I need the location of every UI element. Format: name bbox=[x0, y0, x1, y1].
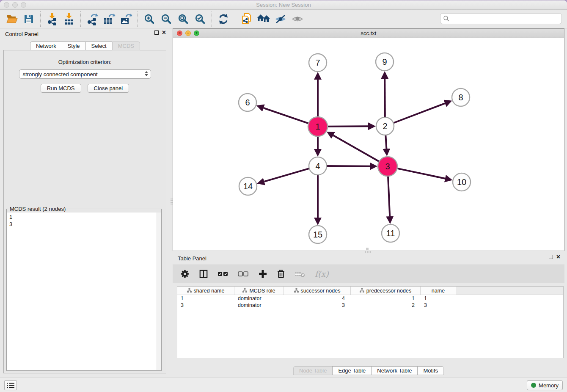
chevron-updown-icon bbox=[145, 71, 148, 76]
houses-icon[interactable] bbox=[255, 11, 272, 27]
table-cell[interactable]: 3 bbox=[177, 302, 234, 309]
table-cell[interactable]: 3 bbox=[421, 302, 456, 309]
mcds-result-title: MCDS result (2 nodes) bbox=[8, 206, 67, 212]
canvas-resize-grip[interactable] bbox=[366, 248, 369, 250]
table-row[interactable]: 1dominator411 bbox=[177, 295, 563, 302]
graph-edge-3-11[interactable] bbox=[388, 175, 390, 216]
graph-edge-2-8[interactable] bbox=[393, 103, 445, 123]
toolbar-separator bbox=[235, 11, 235, 27]
svg-text:3: 3 bbox=[385, 162, 390, 171]
main-titlebar: Session: New Session bbox=[0, 0, 567, 10]
table-tab-node-table[interactable]: Node Table bbox=[293, 366, 333, 375]
save-floppy-icon[interactable] bbox=[20, 11, 37, 27]
control-tab-network[interactable]: Network bbox=[30, 41, 62, 50]
graph-node-6[interactable]: 6 bbox=[239, 94, 256, 111]
table-tab-network-table[interactable]: Network Table bbox=[371, 366, 417, 375]
graph-node-2[interactable]: 2 bbox=[376, 117, 394, 135]
graph-node-9[interactable]: 9 bbox=[376, 53, 394, 71]
graph-edge-3-1[interactable] bbox=[333, 135, 380, 162]
run-mcds-button[interactable]: Run MCDS bbox=[41, 84, 81, 93]
svg-text:6: 6 bbox=[245, 98, 250, 107]
graph-node-3[interactable]: 3 bbox=[378, 157, 397, 176]
table-cell[interactable]: dominator bbox=[234, 302, 284, 309]
zoom-in-icon[interactable] bbox=[141, 11, 158, 27]
import-network-icon[interactable] bbox=[44, 11, 61, 27]
splitter-grip[interactable] bbox=[171, 199, 173, 204]
graph-node-1[interactable]: 1 bbox=[308, 117, 328, 136]
close-panel-icon[interactable]: × bbox=[162, 30, 166, 35]
table-cell[interactable]: 1 bbox=[351, 295, 421, 302]
close-panel-icon[interactable]: × bbox=[556, 255, 560, 259]
table-cell[interactable]: 1 bbox=[421, 295, 456, 302]
graph-edge-1-2[interactable] bbox=[327, 126, 368, 127]
zoom-fit-icon[interactable] bbox=[175, 11, 192, 27]
table-tab-motifs[interactable]: Motifs bbox=[417, 366, 444, 375]
table-cell[interactable]: 4 bbox=[284, 295, 351, 302]
column-header-shared-name[interactable]: shared name bbox=[177, 287, 234, 295]
graph-node-11[interactable]: 11 bbox=[382, 224, 399, 242]
window-title: Session: New Session bbox=[0, 2, 567, 8]
documents-share-icon[interactable] bbox=[238, 11, 255, 27]
column-header-successor-nodes[interactable]: successor nodes bbox=[284, 287, 351, 295]
memory-button[interactable]: Memory bbox=[527, 380, 563, 390]
column-header-name[interactable]: name bbox=[421, 287, 456, 295]
control-panel-tabs: NetworkStyleSelectMCDS bbox=[0, 41, 170, 50]
table-body: 1dominator4113dominator323 bbox=[177, 295, 563, 309]
trash-icon[interactable] bbox=[277, 268, 285, 280]
graph-node-10[interactable]: 10 bbox=[453, 173, 471, 191]
table-tab-edge-table[interactable]: Edge Table bbox=[332, 366, 371, 375]
refresh-arrows-icon[interactable] bbox=[215, 11, 232, 27]
graph-edge-3-10[interactable] bbox=[396, 168, 445, 178]
graph-edge-4-3[interactable] bbox=[326, 166, 370, 166]
graph-edge-4-14[interactable] bbox=[264, 168, 310, 182]
mcds-result-list[interactable]: 1 3 bbox=[7, 213, 161, 370]
search-container bbox=[440, 13, 562, 24]
search-input[interactable] bbox=[440, 13, 562, 24]
column-header-predecessor-nodes[interactable]: predecessor nodes bbox=[351, 287, 421, 295]
graph-node-7[interactable]: 7 bbox=[309, 54, 327, 72]
control-tab-style[interactable]: Style bbox=[62, 41, 85, 50]
result-scrollbar[interactable] bbox=[157, 213, 161, 370]
columns-icon[interactable] bbox=[199, 268, 208, 280]
table-cell[interactable]: 3 bbox=[284, 302, 351, 309]
graph-node-15[interactable]: 15 bbox=[309, 226, 327, 243]
graph-edge-2-9[interactable] bbox=[385, 79, 385, 118]
svg-text:8: 8 bbox=[458, 93, 463, 102]
toolbar-separator bbox=[138, 11, 138, 27]
graph-node-8[interactable]: 8 bbox=[452, 88, 470, 106]
criterion-select[interactable]: strongly connected component bbox=[19, 69, 151, 79]
table-cell[interactable]: 1 bbox=[177, 295, 234, 302]
export-table-icon[interactable] bbox=[101, 11, 118, 27]
zoom-out-icon[interactable] bbox=[158, 11, 175, 27]
graph-node-14[interactable]: 14 bbox=[239, 177, 257, 195]
graph-edge-2-3[interactable] bbox=[385, 134, 386, 149]
task-log-button[interactable] bbox=[4, 380, 17, 390]
control-tab-select[interactable]: Select bbox=[85, 41, 112, 50]
zoom-selected-icon[interactable] bbox=[192, 11, 209, 27]
table-header-row: shared nameMCDS rolesuccessor nodesprede… bbox=[177, 287, 563, 295]
float-panel-icon[interactable] bbox=[549, 255, 553, 259]
table-cell[interactable]: dominator bbox=[234, 295, 284, 302]
graph-node-4[interactable]: 4 bbox=[309, 157, 327, 175]
network-canvas[interactable]: 7968124314101511 bbox=[173, 38, 564, 251]
control-tab-mcds[interactable]: MCDS bbox=[112, 41, 140, 50]
close-panel-button[interactable]: Close panel bbox=[88, 84, 129, 93]
eye-icon[interactable] bbox=[289, 11, 306, 27]
graph-edge-1-6[interactable] bbox=[264, 108, 309, 124]
mcds-result-group: MCDS result (2 nodes) 1 3 bbox=[6, 209, 162, 371]
float-panel-icon[interactable] bbox=[154, 30, 159, 35]
open-folder-icon[interactable] bbox=[3, 11, 20, 27]
select-all-icon[interactable] bbox=[217, 268, 228, 280]
column-header-MCDS-role[interactable]: MCDS role bbox=[234, 287, 284, 295]
export-network-icon[interactable] bbox=[84, 11, 101, 27]
eye-slash-icon[interactable] bbox=[272, 11, 289, 27]
plus-icon[interactable] bbox=[258, 268, 267, 280]
network-window-titlebar[interactable]: × − + scc.txt bbox=[173, 29, 564, 38]
table-cell[interactable]: 2 bbox=[351, 302, 421, 309]
deselect-all-icon[interactable] bbox=[238, 268, 249, 280]
import-table-icon[interactable] bbox=[61, 11, 77, 27]
toolbar-separator bbox=[80, 11, 81, 27]
export-image-icon[interactable] bbox=[118, 11, 135, 27]
table-row[interactable]: 3dominator323 bbox=[177, 302, 563, 309]
gear-icon[interactable] bbox=[180, 268, 190, 280]
